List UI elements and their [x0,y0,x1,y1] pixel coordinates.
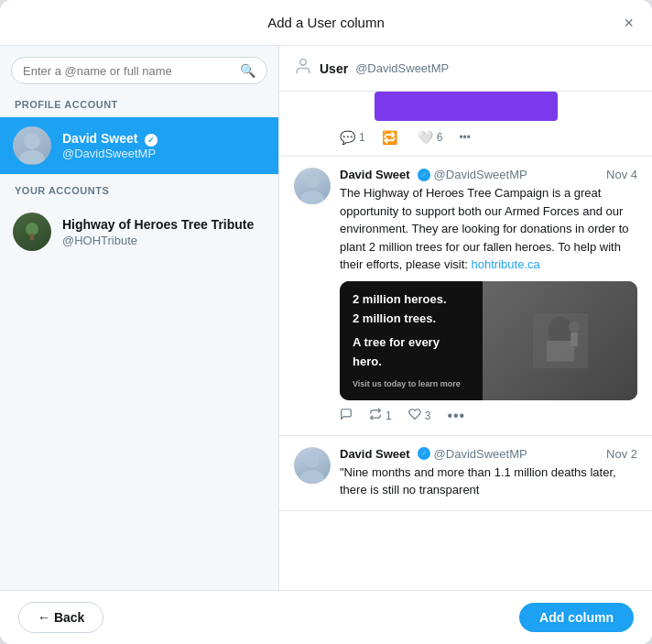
tweet-verified-icon: ✓ [418,169,430,181]
tweet-text-2: "Nine months and more than 1.1 million d… [340,464,637,499]
tweet-body: David Sweet ✓ @DavidSweetMP Nov 4 The Hi… [340,168,637,424]
comment-icon [340,408,353,423]
tweet-meta-2: David Sweet ✓ @DavidSweetMP Nov 2 [340,447,637,461]
tweet-author-2: David Sweet [340,447,410,461]
tweet-meta: David Sweet ✓ @DavidSweetMP Nov 4 [340,168,637,181]
tweet-text: The Highway of Heroes Tree Campaign is a… [340,184,637,274]
svg-point-6 [300,191,324,204]
tweets-list: 💬 1 🔁 🤍 6 ••• [279,92,652,590]
search-input[interactable] [23,64,240,78]
close-button[interactable]: × [620,11,637,35]
your-accounts-label: YOUR ACCOUNTS [0,174,278,203]
account-avatar [13,213,51,251]
account-info: Highway of Heroes Tree Tribute @HOHTribu… [62,216,254,246]
retweet-action[interactable]: 🔁 [382,130,401,145]
account-name: Highway of Heroes Tree Tribute [62,216,254,233]
modal-header: Add a User column × [0,0,652,46]
tweet-handle-2: @DavidSweetMP [434,447,527,461]
user-icon [294,57,312,80]
modal-title: Add a User column [267,15,385,30]
svg-point-10 [569,322,580,333]
svg-rect-11 [570,333,578,346]
right-panel: User @DavidSweetMP 💬 1 🔁 [279,46,652,590]
left-panel: 🔍 PROFILE ACCOUNT David Sweet [0,46,279,590]
tweet-image-photo [483,281,637,400]
like-count: 3 [425,409,431,422]
heart-icon: 🤍 [418,130,433,145]
comment-icon: 💬 [340,130,355,145]
retweet-icon [369,408,382,423]
modal-body: 🔍 PROFILE ACCOUNT David Sweet [0,46,652,590]
partial-actions: 💬 1 🔁 🤍 6 ••• [294,130,637,145]
like-count: 6 [437,131,443,144]
user-header-name: User [320,61,348,76]
back-button[interactable]: ← Back [18,602,103,633]
svg-point-5 [305,173,320,188]
tweet-date: Nov 4 [606,168,637,181]
like-action[interactable]: 🤍 6 [418,130,443,145]
tweet-actions: 1 3 ••• [340,408,637,424]
account-handle: @HOHTribute [62,234,254,247]
retweet-count: 1 [386,409,392,422]
tweet-verified-icon-2: ✓ [418,447,430,460]
more-icon: ••• [459,131,471,144]
search-icon: 🔍 [240,63,255,78]
profile-section-label: PROFILE ACCOUNT [0,95,278,117]
modal-footer: ← Back Add column [0,590,652,644]
modal: Add a User column × 🔍 PROFILE ACCOUNT [0,0,652,644]
profile-handle: @DavidSweetMP [62,147,158,160]
retweet-action[interactable]: 1 [369,408,392,423]
svg-rect-3 [30,234,34,240]
tweet-link[interactable]: hohtribute.ca [472,257,540,271]
svg-point-0 [24,133,40,149]
verified-icon [145,134,158,147]
svg-point-13 [300,470,324,484]
purple-bar [375,92,558,121]
comment-action[interactable]: 💬 1 [340,130,365,145]
like-action[interactable]: 3 [408,408,431,423]
comment-count: 1 [359,131,365,144]
tweet-date-2: Nov 2 [606,447,637,461]
profile-name: David Sweet [62,131,158,146]
tweet-item: David Sweet ✓ @DavidSweetMP Nov 4 The Hi… [279,157,652,436]
more-action[interactable]: ••• [447,408,465,424]
tweet-partial: 💬 1 🔁 🤍 6 ••• [279,92,652,157]
tweet-item-2: David Sweet ✓ @DavidSweetMP Nov 2 "Nine … [279,436,652,511]
svg-point-1 [19,150,45,164]
user-header-handle: @DavidSweetMP [355,61,449,75]
account-item[interactable]: Highway of Heroes Tree Tribute @HOHTribu… [0,203,278,260]
profile-account-item[interactable]: David Sweet @DavidSweetMP [0,117,278,174]
tweet-image-text: 2 million heroes. 2 million trees. A tre… [340,281,483,400]
more-action[interactable]: ••• [459,131,471,144]
tweet-image: 2 million heroes. 2 million trees. A tre… [340,281,637,400]
comment-action[interactable] [340,408,353,423]
svg-point-4 [300,60,307,66]
svg-point-8 [548,316,572,344]
retweet-icon: 🔁 [382,130,397,145]
tweet-avatar [294,168,331,204]
svg-point-12 [305,453,320,467]
profile-info: David Sweet @DavidSweetMP [62,131,158,159]
user-header: User @DavidSweetMP [279,46,652,92]
tweet-avatar-2 [294,447,331,484]
more-icon: ••• [447,408,465,424]
tweet-body-2: David Sweet ✓ @DavidSweetMP Nov 2 "Nine … [340,447,637,499]
tweet-author: David Sweet [340,168,410,181]
search-box: 🔍 [11,57,267,84]
avatar [13,126,51,165]
tweet-handle: @DavidSweetMP [434,168,527,181]
add-column-button[interactable]: Add column [519,603,634,632]
svg-rect-9 [547,341,574,362]
heart-icon [408,408,421,423]
svg-point-2 [26,223,38,235]
